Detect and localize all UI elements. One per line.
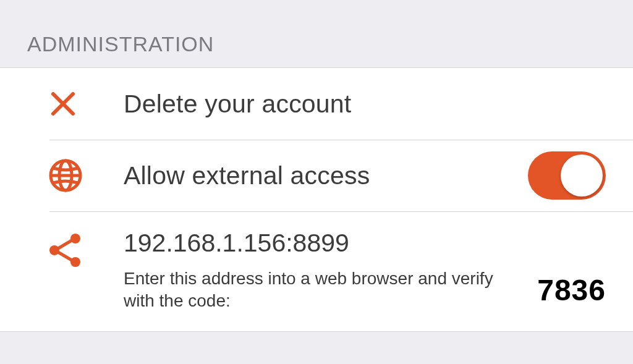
share-address-text: 192.168.1.156:8899 <box>124 229 606 258</box>
row-share-address[interactable]: 192.168.1.156:8899 Enter this address in… <box>0 211 633 331</box>
share-icon <box>0 211 124 268</box>
close-icon <box>0 89 124 119</box>
globe-icon <box>0 158 124 193</box>
svg-line-8 <box>58 240 72 248</box>
toggle-external-access[interactable] <box>528 151 606 200</box>
share-instruction-text: Enter this address into a web browser an… <box>124 268 507 313</box>
settings-group: Delete your account Allow external acces… <box>0 67 633 332</box>
toggle-knob <box>561 154 603 197</box>
section-header-administration: ADMINISTRATION <box>0 0 633 67</box>
row-delete-account[interactable]: Delete your account <box>0 68 633 140</box>
verification-code: 7836 <box>537 273 606 307</box>
row-label-delete: Delete your account <box>124 90 351 119</box>
row-allow-external-access: Allow external access <box>0 140 633 211</box>
row-label-external: Allow external access <box>124 161 370 190</box>
svg-line-9 <box>58 252 72 260</box>
